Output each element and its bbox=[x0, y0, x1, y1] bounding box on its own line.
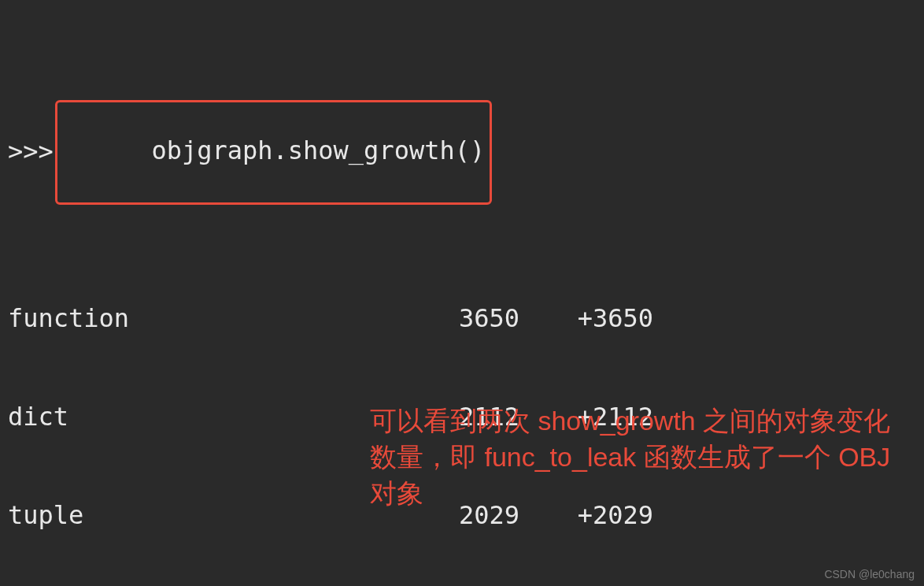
type-delta: +3650 bbox=[519, 302, 653, 336]
type-name: function bbox=[8, 302, 425, 336]
watermark: CSDN @le0chang bbox=[824, 567, 915, 581]
repl-prompt: >>> bbox=[8, 135, 54, 169]
type-name: dict bbox=[8, 401, 425, 434]
growth-row: function 3650 +3650 bbox=[8, 302, 916, 336]
repl-line-1[interactable]: >>> objgraph.show_growth() bbox=[8, 100, 916, 205]
annotation-text: 可以看到两次 show_growth 之间的对象变化数量，即 func_to_l… bbox=[370, 403, 913, 512]
highlight-call-show-growth-1: objgraph.show_growth() bbox=[55, 100, 492, 205]
type-count: 3650 bbox=[425, 302, 519, 336]
code-call: objgraph.show_growth() bbox=[151, 135, 485, 165]
type-name: tuple bbox=[8, 499, 425, 532]
